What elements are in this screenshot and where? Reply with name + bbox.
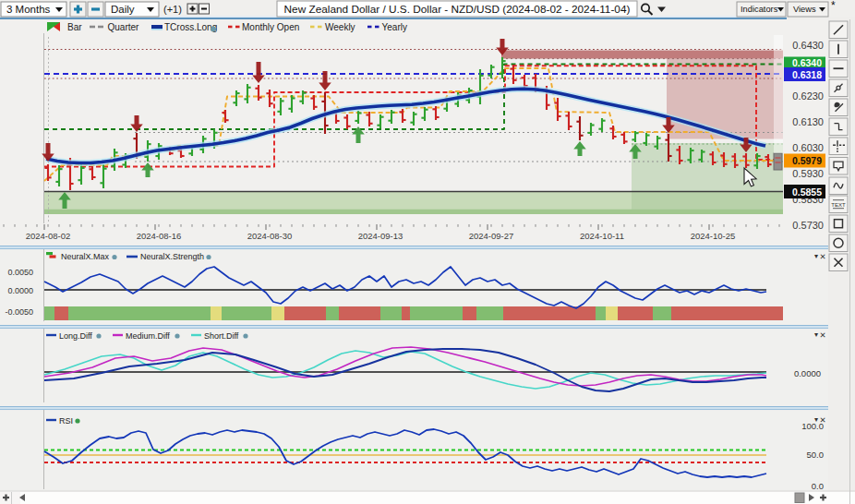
- svg-text:2024-10-11: 2024-10-11: [580, 231, 624, 241]
- svg-text:Views: Views: [793, 5, 816, 14]
- svg-text:0.6130: 0.6130: [792, 116, 824, 127]
- svg-text:New Zealand Dollar / U.S. Doll: New Zealand Dollar / U.S. Dollar - NZD/U…: [284, 3, 631, 16]
- svg-text:✕: ✕: [819, 330, 825, 340]
- svg-text:NeuralX.Max: NeuralX.Max: [61, 252, 110, 261]
- svg-text:2024-08-16: 2024-08-16: [137, 231, 182, 241]
- svg-text:Short.Diff: Short.Diff: [204, 331, 239, 341]
- svg-text:2024-08-30: 2024-08-30: [247, 231, 293, 241]
- svg-text:0.6318: 0.6318: [792, 69, 822, 80]
- svg-text:0.6340: 0.6340: [792, 57, 822, 68]
- svg-text:(+1): (+1): [163, 4, 182, 15]
- svg-text:Daily: Daily: [111, 4, 135, 15]
- svg-text:2024-10-25: 2024-10-25: [691, 231, 736, 241]
- svg-text:Medium.Diff: Medium.Diff: [126, 331, 170, 341]
- svg-text:TCross.Long: TCross.Long: [164, 22, 217, 32]
- svg-text:2024-08-02: 2024-08-02: [26, 231, 71, 241]
- svg-text:0.0050: 0.0050: [7, 268, 33, 277]
- svg-text:0.6430: 0.6430: [792, 40, 824, 51]
- svg-text:0.5730: 0.5730: [792, 220, 824, 231]
- svg-text:Monthly Open: Monthly Open: [242, 22, 299, 32]
- svg-text:2024-09-13: 2024-09-13: [358, 231, 403, 241]
- svg-text:50.0: 50.0: [807, 450, 825, 460]
- svg-text:✕: ✕: [819, 252, 825, 261]
- svg-text:0.0000: 0.0000: [794, 368, 821, 378]
- svg-text:100.0: 100.0: [801, 421, 824, 431]
- svg-text:0.5855: 0.5855: [792, 186, 822, 198]
- svg-text:TEXT: TEXT: [831, 202, 846, 208]
- svg-text:-0.0050: -0.0050: [5, 307, 33, 317]
- svg-text:2024-09-27: 2024-09-27: [469, 231, 514, 241]
- svg-text:*: *: [831, 0, 836, 12]
- svg-text:0.5979: 0.5979: [792, 155, 822, 166]
- svg-text:0.6230: 0.6230: [792, 90, 824, 102]
- svg-text:0.0: 0.0: [812, 481, 824, 491]
- svg-text:Indicators: Indicators: [741, 5, 778, 14]
- svg-text:Weekly: Weekly: [325, 22, 355, 32]
- svg-text:0.5930: 0.5930: [792, 168, 824, 179]
- svg-text:0.6030: 0.6030: [792, 142, 824, 153]
- svg-text:Long.Diff: Long.Diff: [59, 331, 92, 341]
- svg-text:Bar: Bar: [67, 22, 82, 32]
- svg-text:Yearly: Yearly: [382, 22, 407, 32]
- svg-text:▾: ▾: [814, 252, 818, 260]
- svg-text:RSI: RSI: [59, 416, 73, 426]
- svg-text:0.0000: 0.0000: [7, 286, 33, 295]
- svg-text:NeuralX.Strength: NeuralX.Strength: [140, 252, 204, 261]
- svg-text:3 Months: 3 Months: [6, 4, 51, 15]
- svg-text:Quarter: Quarter: [108, 22, 140, 32]
- svg-text:▾: ▾: [814, 330, 818, 339]
